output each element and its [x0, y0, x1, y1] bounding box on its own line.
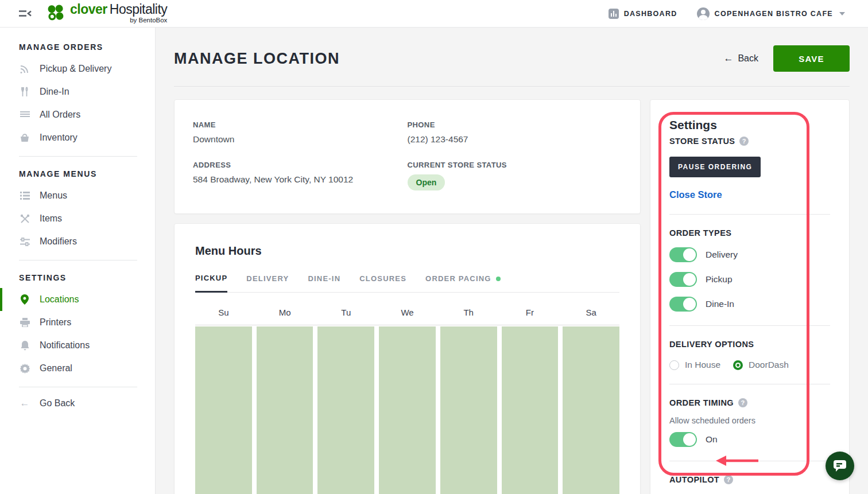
section-divider [669, 325, 830, 326]
radio-unselected-icon [669, 360, 679, 370]
hours-bar-mo[interactable] [257, 326, 313, 494]
main-content: MANAGE LOCATION ← Back SAVE NAME Downtow… [156, 28, 868, 494]
address-label: ADDRESS [193, 161, 408, 169]
tab-pickup[interactable]: PICKUP [195, 274, 227, 293]
sidebar-item-label: All Orders [40, 110, 80, 120]
account-menu[interactable]: COPENHAGEN BISTRO CAFE [697, 7, 845, 20]
day-label: Fr [502, 308, 559, 317]
hours-bar-tu[interactable] [317, 326, 374, 494]
tab-closures[interactable]: CLOSURES [359, 274, 406, 292]
tab-dine-in[interactable]: DINE-IN [308, 274, 340, 292]
phone-field: PHONE (212) 123-4567 [408, 120, 622, 145]
gear-icon [19, 364, 30, 374]
save-button[interactable]: SAVE [773, 45, 850, 72]
sidebar-item-modifiers[interactable]: Modifiers [0, 230, 155, 253]
dine-in-toggle[interactable] [669, 297, 697, 312]
toggle-state-label: On [706, 434, 718, 445]
sidebar-item-label: Inventory [40, 133, 78, 143]
list-icon [19, 111, 30, 119]
delivery-toggle-row: Delivery [669, 247, 830, 262]
header-divider [174, 86, 850, 87]
pickup-toggle-row: Pickup [669, 272, 830, 287]
hours-bar-sa[interactable] [563, 326, 619, 494]
sidebar-item-label: Notifications [40, 340, 90, 351]
sidebar-item-items[interactable]: Items [0, 207, 155, 230]
sidebar-go-back[interactable]: ← Go Back [0, 392, 155, 415]
delivery-toggle[interactable] [669, 247, 697, 262]
phone-label: PHONE [408, 120, 622, 129]
dashboard-link[interactable]: DASHBOARD [609, 9, 677, 19]
scheduled-orders-toggle[interactable] [669, 432, 697, 447]
delivery-options-section-label: DELIVERY OPTIONS [669, 340, 830, 349]
help-icon[interactable]: ? [738, 398, 747, 407]
logo-wordmark: cloverHospitality [70, 3, 167, 16]
page-title: MANAGE LOCATION [174, 50, 340, 68]
help-icon[interactable]: ? [739, 137, 749, 146]
basket-icon [19, 133, 30, 142]
hours-bar-th[interactable] [440, 326, 497, 494]
address-field: ADDRESS 584 Broadway, New York City, NY … [193, 161, 408, 190]
sidebar-item-notifications[interactable]: Notifications [0, 334, 155, 357]
back-link[interactable]: ← Back [723, 53, 758, 64]
menu-hours-title: Menu Hours [195, 244, 619, 258]
map-pin-icon [19, 294, 30, 305]
sidebar-item-label: Printers [40, 317, 71, 328]
in-house-radio-option[interactable]: In House [669, 360, 720, 370]
section-divider [669, 384, 830, 384]
sidebar-heading-manage-orders: MANAGE ORDERS [0, 33, 155, 57]
clover-hospitality-logo[interactable]: cloverHospitality by BentoBox [45, 2, 167, 25]
collapse-sidebar-icon[interactable] [18, 9, 32, 19]
chat-button[interactable] [826, 452, 854, 480]
toggle-label: Pickup [706, 274, 733, 285]
sidebar-item-label: Dine-In [40, 87, 69, 97]
day-label: Tu [317, 308, 374, 317]
name-value: Downtown [193, 134, 408, 145]
printer-icon [19, 318, 30, 327]
sidebar-item-dine-in[interactable]: Dine-In [0, 80, 155, 103]
pickup-toggle[interactable] [669, 272, 697, 287]
sidebar-divider [19, 387, 137, 387]
arrow-left-icon: ← [723, 53, 733, 64]
tab-delivery[interactable]: DELIVERY [246, 274, 289, 292]
sidebar-item-general[interactable]: General [0, 357, 155, 380]
sidebar-item-menus[interactable]: Menus [0, 184, 155, 207]
hours-bar-su[interactable] [195, 326, 252, 494]
hours-bar-fr[interactable] [502, 326, 559, 494]
order-types-section-label: ORDER TYPES [669, 228, 830, 238]
sidebar-item-all-orders[interactable]: All Orders [0, 103, 155, 126]
address-value: 584 Broadway, New York City, NY 10012 [193, 174, 408, 185]
close-store-link[interactable]: Close Store [669, 189, 830, 200]
store-status-field: CURRENT STORE STATUS Open [408, 161, 622, 190]
tab-order-pacing[interactable]: ORDER PACING [425, 274, 501, 292]
sidebar: MANAGE ORDERS Pickup & Delivery Dine-In … [0, 28, 156, 494]
toggle-label: Dine-In [706, 299, 734, 309]
order-timing-section-label: ORDER TIMING ? [669, 398, 830, 407]
sidebar-item-label: Items [40, 213, 62, 224]
doordash-radio-option[interactable]: DoorDash [733, 360, 789, 370]
rss-icon [19, 64, 30, 74]
menu-hours-card: Menu Hours PICKUP DELIVERY DINE-IN CLOSU… [174, 223, 641, 494]
section-divider [669, 214, 830, 215]
day-label: Sa [563, 308, 619, 317]
sidebar-item-label: Locations [40, 294, 79, 305]
sliders-icon [19, 238, 30, 246]
green-dot-icon [496, 277, 501, 281]
day-label: We [379, 308, 436, 317]
sidebar-heading-manage-menus: MANAGE MENUS [0, 160, 155, 184]
sidebar-item-label: General [40, 363, 72, 374]
hours-bar-we[interactable] [379, 326, 436, 494]
sidebar-item-locations[interactable]: Locations [0, 288, 155, 311]
account-name: COPENHAGEN BISTRO CAFE [715, 10, 833, 18]
sidebar-item-pickup-delivery[interactable]: Pickup & Delivery [0, 57, 155, 80]
sidebar-item-printers[interactable]: Printers [0, 311, 155, 334]
sidebar-item-inventory[interactable]: Inventory [0, 126, 155, 149]
delivery-options-radios: In House DoorDash [669, 360, 830, 370]
account-avatar-icon [697, 7, 710, 20]
scheduled-orders-toggle-row: On [669, 432, 830, 447]
day-label: Th [440, 308, 497, 317]
logo-byline: by BentoBox [130, 17, 167, 24]
sidebar-item-label: Modifiers [40, 236, 77, 247]
pause-ordering-button[interactable]: PAUSE ORDERING [669, 157, 761, 177]
utensils-icon [19, 87, 30, 97]
help-icon[interactable]: ? [724, 475, 733, 484]
